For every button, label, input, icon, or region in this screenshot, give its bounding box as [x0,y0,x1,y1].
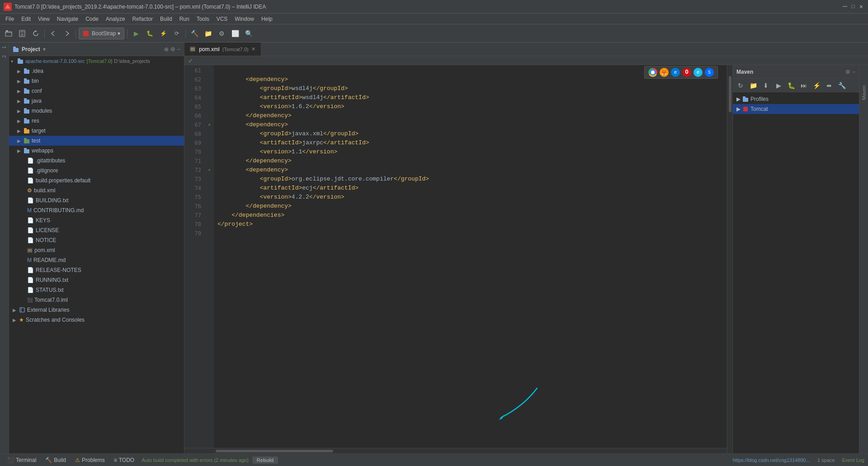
back-button[interactable] [47,28,59,39]
code-content[interactable]: <dependency> <groupId>wsdl4j</groupId> <… [214,65,727,448]
menu-code[interactable]: Code [82,15,102,23]
sdk-button[interactable]: 📁 [202,28,214,39]
tree-item-scratches[interactable]: ▶ ★ Scratches and Consoles [9,315,184,325]
structure-icon[interactable]: 2 [1,53,8,60]
open-file-button[interactable] [3,28,14,39]
tab-pom-xml[interactable]: m pom.xml (Tomcat7.0) ✕ [184,43,261,56]
vertical-scrollbar[interactable] [727,65,732,453]
terminal-tab[interactable]: ⬛ Terminal [4,456,40,464]
tab-close-button[interactable]: ✕ [251,46,255,52]
menu-run[interactable]: Run [176,15,193,23]
tree-item-keys[interactable]: ▶ 📄 KEYS [9,215,184,225]
tree-root[interactable]: ▾ apache-tomcat-7.0.100-src [Tomcat7.0] … [9,56,184,66]
screen-button[interactable]: ⬜ [229,28,241,39]
maven-minimize-icon[interactable]: − [852,69,855,75]
coverage-button[interactable]: ⚡ [157,28,169,39]
menu-edit[interactable]: Edit [18,15,34,23]
maven-settings-icon[interactable]: ⚙ [845,69,850,75]
search-everywhere-button[interactable]: 🔍 [243,28,255,39]
locate-icon[interactable]: ⊕ [164,46,169,52]
tree-item-notice[interactable]: ▶ 📄 NOTICE [9,235,184,245]
tree-item-test[interactable]: ▶ test [9,136,184,146]
opera-icon[interactable]: O [682,68,691,77]
project-dropdown-arrow[interactable]: ▾ [43,46,46,52]
save-button[interactable] [16,28,28,39]
debug-button[interactable]: 🐛 [144,28,156,39]
tree-item-conf[interactable]: ▶ conf [9,86,184,96]
h-scroll-thumb[interactable] [216,450,333,452]
maven-run-button[interactable]: ▶ [773,80,784,91]
safari-icon[interactable]: S [705,68,714,77]
close-button[interactable]: ✕ [858,4,864,10]
tree-close-icon[interactable]: − [177,46,180,52]
tree-item-readme[interactable]: ▶ M README.md [9,255,184,265]
tree-settings-icon[interactable]: ⚙ [170,46,175,52]
tree-item-build-properties[interactable]: ▶ 📄 build.properties.default [9,176,184,185]
tree-item-building[interactable]: ▶ 📄 BUILDING.txt [9,195,184,205]
tree-item-license[interactable]: ▶ 📄 LICENSE [9,225,184,235]
menu-refactor[interactable]: Refactor [129,15,156,23]
tree-item-res[interactable]: ▶ res [9,116,184,126]
tree-item-bin[interactable]: ▶ bin [9,76,184,86]
profile-button[interactable]: ⟳ [171,28,183,39]
tree-item-modules[interactable]: ▶ modules [9,106,184,116]
menu-window[interactable]: Window [231,15,258,23]
maven-lifecycle-button[interactable]: ⚡ [811,80,822,91]
todo-tab[interactable]: ≡ TODO [110,456,138,464]
maven-profiles[interactable]: ▶ Profiles [733,94,859,104]
tree-item-gitignore[interactable]: ▶ 📄 .gitignore [9,166,184,176]
menu-navigate[interactable]: Navigate [53,15,82,23]
tree-item-build-xml[interactable]: ▶ ⚙ build.xml [9,185,184,195]
build-tab[interactable]: 🔨 Build [42,456,70,464]
configuration-dropdown[interactable]: BootStrap ▾ [79,28,124,39]
code-editor[interactable]: 🦊 e O e S 61 62 63 [184,65,727,453]
tree-item-running[interactable]: ▶ 📄 RUNNING.txt [9,275,184,285]
menu-view[interactable]: View [34,15,53,23]
menu-tools[interactable]: Tools [193,15,213,23]
maven-skip-tests-button[interactable]: ⏭ [798,80,810,91]
event-log-label[interactable]: Event Log [842,457,864,463]
maven-tomcat[interactable]: ▶ Tomcat [733,104,859,114]
svg-rect-35 [743,107,748,111]
settings-button[interactable]: ⚙ [216,28,227,39]
maven-add-button[interactable]: 📁 [747,80,759,91]
tree-item-contributing[interactable]: ▶ M CONTRIBUTING.md [9,205,184,215]
maven-download-button[interactable]: ⬇ [760,80,772,91]
chrome-icon[interactable] [648,68,657,77]
forward-button[interactable] [61,28,73,39]
menu-help[interactable]: Help [258,15,276,23]
project-icon[interactable]: 1 [1,44,8,51]
tree-item-java[interactable]: ▶ java [9,96,184,106]
rebuild-button[interactable]: Rebuild [252,456,278,464]
tree-item-target[interactable]: ▶ target [9,126,184,136]
svg-rect-17 [24,88,27,90]
tree-item-pom[interactable]: ▶ m pom.xml [9,245,184,255]
tree-item-gitattributes[interactable]: ▶ 📄 .gitattributes [9,156,184,166]
maven-tool-button[interactable]: 🔧 [836,80,848,91]
problems-tab[interactable]: ⚠ Problems [71,456,108,464]
build-tool-button[interactable]: 🔨 [189,28,200,39]
horizontal-scrollbar[interactable] [184,448,727,453]
tree-item-idea[interactable]: ▶ .idea [9,66,184,76]
tree-item-external-libraries[interactable]: ▶ External Libraries [9,305,184,315]
menu-analyze[interactable]: Analyze [102,15,129,23]
maven-refresh-button[interactable]: ↻ [735,80,746,91]
tree-item-iml[interactable]: ▶ ⬛ Tomcat7.0.iml [9,295,184,305]
tree-item-status[interactable]: ▶ 📄 STATUS.txt [9,285,184,295]
run-button[interactable]: ▶ [130,28,142,39]
maven-expand-button[interactable]: ⬌ [823,80,835,91]
maven-debug-maven-button[interactable]: 🐛 [785,80,797,91]
tree-item-release-notes[interactable]: ▶ 📄 RELEASE-NOTES [9,265,184,275]
menu-build[interactable]: Build [156,15,176,23]
refresh-button[interactable] [30,28,42,39]
menu-vcs[interactable]: VCS [213,15,231,23]
minimize-button[interactable]: ─ [842,4,848,10]
firefox-icon[interactable]: 🦊 [660,68,669,77]
v-scroll-thumb[interactable] [729,76,731,112]
edge-icon[interactable]: e [671,68,680,77]
menu-file[interactable]: File [2,15,18,23]
ie-icon[interactable]: e [693,68,703,77]
maximize-button[interactable]: □ [850,4,856,10]
tree-item-webapps[interactable]: ▶ webapps [9,146,184,156]
maven-sidebar-label[interactable]: Maven [860,83,868,102]
